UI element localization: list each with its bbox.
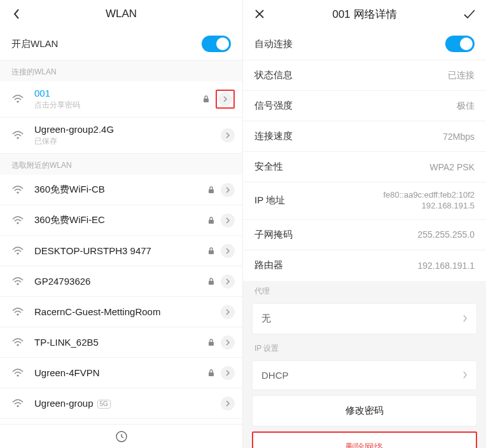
proxy-value: 无	[261, 313, 462, 325]
wifi-icon	[11, 186, 24, 194]
wifi-text: RacernC-Guest-MettingRoom	[34, 306, 221, 317]
status-value: 已连接	[448, 70, 475, 81]
delete-network-button[interactable]: 删除网络	[253, 433, 476, 448]
detail-section: 自动连接 状态信息 已连接 信号强度 极佳 连接速度 72Mbps 安全性 WP…	[243, 28, 486, 281]
detail-highlight	[216, 90, 235, 109]
close-button[interactable]	[246, 0, 274, 28]
ip-row: IP 地址 fe80::aa9c:edff:feb2:10f2 192.168.…	[243, 182, 486, 220]
wifi-detail-button[interactable]	[221, 366, 235, 380]
wifi-icon	[11, 369, 24, 377]
close-icon	[254, 9, 265, 19]
section-connected: 连接的WLAN	[0, 60, 242, 81]
svg-point-14	[17, 374, 18, 376]
svg-point-2	[17, 137, 18, 139]
wifi-name: RacernC-Guest-MettingRoom	[34, 306, 221, 317]
svg-point-12	[17, 344, 18, 346]
wifi-item[interactable]: RacernC-Guest-MettingRoom	[0, 297, 242, 327]
mask-value: 255.255.255.0	[417, 229, 475, 240]
auto-connect-toggle[interactable]	[445, 36, 475, 52]
wifi-text: 360免费WiFi-CB	[34, 184, 207, 196]
wifi-text: Ugreen-group5G	[34, 398, 221, 409]
svg-point-7	[17, 252, 18, 254]
wifi-item[interactable]: 360免费WiFi-EC	[0, 205, 242, 236]
signal-label: 信号强度	[254, 100, 457, 112]
chevron-right-icon	[225, 248, 230, 254]
signal-row: 信号强度 极佳	[243, 91, 486, 121]
chevron-right-icon	[225, 132, 230, 139]
wifi-detail-button[interactable]	[221, 128, 235, 142]
confirm-button[interactable]	[455, 0, 483, 28]
wifi-detail-button[interactable]	[221, 214, 235, 227]
ipconf-option[interactable]: DHCP	[252, 360, 477, 390]
wifi-item[interactable]: Ugreen-4FVPN	[0, 358, 242, 388]
detail-scroll[interactable]: 自动连接 状态信息 已连接 信号强度 极佳 连接速度 72Mbps 安全性 WP…	[243, 28, 486, 448]
wifi-icon	[11, 338, 24, 347]
auto-connect-row[interactable]: 自动连接	[243, 28, 486, 60]
ip-line1: fe80::aa9c:edff:feb2:10f2	[383, 190, 475, 200]
wifi-detail-button[interactable]	[221, 336, 235, 350]
wifi-name: 360免费WiFi-CB	[34, 184, 207, 196]
wifi-detail-button[interactable]	[221, 305, 235, 319]
wlan-toggle-row[interactable]: 开启WLAN	[0, 28, 242, 60]
svg-point-0	[17, 100, 18, 102]
badge-5g: 5G	[97, 400, 111, 409]
ipconf-section-label: IP 设置	[243, 338, 486, 356]
wlan-toggle-label: 开启WLAN	[11, 38, 202, 50]
lock-icon	[202, 95, 211, 103]
ip-label: IP 地址	[254, 194, 383, 207]
svg-rect-15	[209, 372, 214, 376]
speed-row: 连接速度 72Mbps	[243, 121, 486, 152]
wifi-detail-button[interactable]	[221, 275, 235, 288]
wifi-item[interactable]: TP-LINK_62B5	[0, 327, 242, 358]
detail-header: 001 网络详情	[243, 0, 486, 28]
svg-point-9	[17, 283, 18, 285]
wifi-item[interactable]: Ugreen-group5G	[0, 388, 242, 419]
chevron-right-icon	[225, 217, 230, 224]
wifi-item[interactable]: GP24793626	[0, 266, 242, 297]
detail-pane: 001 网络详情 自动连接 状态信息 已连接 信号强度 极佳 连接速度 72Mb…	[243, 0, 486, 448]
wlan-toggle[interactable]	[202, 36, 231, 52]
ipconf-value: DHCP	[261, 370, 462, 381]
lock-icon	[207, 339, 216, 346]
lock-icon	[207, 278, 216, 285]
mask-label: 子网掩码	[254, 229, 417, 241]
wifi-name: Ugreen-4FVPN	[34, 367, 207, 378]
check-icon	[463, 9, 476, 19]
svg-rect-8	[209, 250, 214, 254]
wifi-icon	[11, 247, 24, 255]
status-label: 状态信息	[254, 69, 448, 81]
wifi-icon	[11, 216, 24, 225]
wifi-detail-button[interactable]	[218, 92, 232, 106]
wifi-item-current[interactable]: 001 点击分享密码	[0, 81, 242, 118]
wlan-scroll[interactable]: 开启WLAN 连接的WLAN 001 点击分享密码	[0, 28, 242, 424]
ip-line2: 192.168.191.5	[422, 201, 475, 210]
wifi-item[interactable]: DESKTOP-URSTPH3 9477	[0, 236, 242, 266]
svg-point-16	[17, 405, 18, 407]
wifi-detail-button[interactable]	[221, 397, 235, 411]
wifi-detail-button[interactable]	[221, 183, 235, 197]
chevron-right-icon	[225, 187, 230, 193]
chevron-right-icon	[225, 370, 230, 376]
wifi-sub: 已保存	[34, 136, 221, 147]
svg-rect-1	[204, 98, 209, 102]
security-label: 安全性	[254, 161, 429, 173]
router-value: 192.168.191.1	[417, 261, 475, 271]
wifi-sub: 点击分享密码	[34, 100, 202, 111]
svg-point-11	[17, 313, 18, 315]
lock-icon	[207, 217, 216, 224]
wifi-name: Ugreen-group2.4G	[34, 124, 221, 135]
security-value: WPA2 PSK	[429, 162, 475, 172]
chevron-right-icon	[462, 315, 468, 322]
clock-icon	[116, 431, 127, 442]
chevron-right-icon	[225, 400, 230, 407]
wifi-name: GP24793626	[34, 276, 207, 287]
back-button[interactable]	[3, 0, 31, 28]
proxy-option[interactable]: 无	[252, 303, 477, 334]
wifi-item[interactable]: 360免费WiFi-CB	[0, 175, 242, 205]
wifi-name: Ugreen-group5G	[34, 398, 221, 409]
wifi-detail-button[interactable]	[221, 244, 235, 258]
wifi-text: Ugreen-4FVPN	[34, 367, 207, 378]
wlan-header: WLAN	[0, 0, 242, 28]
wifi-item-saved[interactable]: Ugreen-group2.4G 已保存	[0, 118, 242, 154]
modify-password-button[interactable]: 修改密码	[252, 395, 477, 426]
